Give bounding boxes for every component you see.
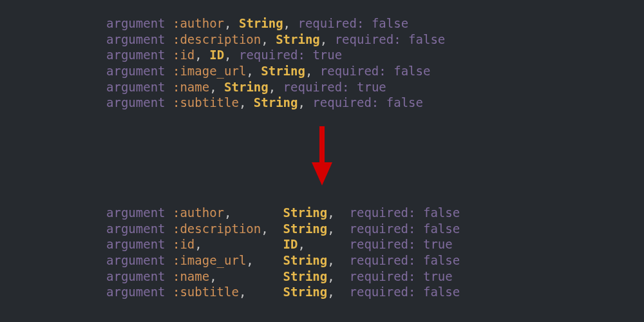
keyword-required: required: bbox=[312, 95, 379, 109]
keyword-required: required: bbox=[239, 48, 305, 62]
keyword-required: required: bbox=[350, 237, 416, 251]
symbol-field: :id bbox=[173, 237, 194, 251]
keyword-argument: argument bbox=[106, 64, 166, 78]
type-name: String bbox=[254, 95, 298, 109]
value-bool: false bbox=[386, 95, 423, 109]
keyword-required: required: bbox=[350, 253, 416, 267]
value-bool: false bbox=[423, 285, 460, 299]
code-line: argument :name, String, required: true bbox=[106, 269, 460, 285]
type-name: String bbox=[283, 269, 328, 283]
keyword-argument: argument bbox=[106, 237, 166, 251]
type-name: ID bbox=[283, 237, 298, 251]
keyword-required: required: bbox=[335, 32, 401, 46]
value-bool: true bbox=[423, 237, 453, 251]
keyword-required: required: bbox=[350, 222, 416, 236]
symbol-field: :image_url bbox=[173, 253, 246, 267]
keyword-argument: argument bbox=[106, 222, 166, 236]
type-name: String bbox=[261, 64, 305, 78]
symbol-field: :author bbox=[173, 205, 224, 220]
keyword-argument: argument bbox=[106, 253, 166, 267]
keyword-argument: argument bbox=[106, 95, 166, 109]
type-name: String bbox=[283, 205, 328, 220]
type-name: String bbox=[283, 285, 328, 299]
code-line: argument :subtitle, String, required: fa… bbox=[106, 95, 445, 111]
keyword-argument: argument bbox=[106, 48, 166, 62]
value-bool: false bbox=[408, 32, 445, 46]
keyword-argument: argument bbox=[106, 16, 166, 30]
code-line: argument :description, String, required:… bbox=[106, 221, 460, 237]
code-line: argument :name, String, required: true bbox=[106, 79, 445, 95]
keyword-argument: argument bbox=[106, 285, 166, 299]
arrow-down-icon bbox=[309, 126, 335, 185]
type-name: ID bbox=[209, 48, 224, 62]
value-bool: true bbox=[423, 269, 453, 283]
symbol-field: :name bbox=[173, 269, 209, 283]
arrow-down bbox=[0, 126, 644, 189]
type-name: String bbox=[239, 16, 283, 30]
keyword-argument: argument bbox=[106, 32, 166, 46]
symbol-field: :author bbox=[173, 16, 224, 30]
value-bool: false bbox=[393, 64, 430, 78]
symbol-field: :description bbox=[173, 222, 261, 236]
keyword-required: required: bbox=[350, 269, 416, 283]
keyword-argument: argument bbox=[106, 269, 166, 283]
code-comparison: argument :author, String, required: fals… bbox=[0, 0, 644, 322]
type-name: String bbox=[224, 80, 269, 94]
code-line: argument :id, ID, required: true bbox=[106, 236, 460, 252]
value-bool: false bbox=[423, 253, 460, 267]
value-bool: true bbox=[312, 48, 342, 62]
keyword-required: required: bbox=[320, 64, 386, 78]
value-bool: false bbox=[372, 16, 408, 30]
code-line: argument :description, String, required:… bbox=[106, 32, 445, 48]
code-line: argument :image_url, String, required: f… bbox=[106, 252, 460, 269]
code-line: argument :subtitle, String, required: fa… bbox=[106, 284, 460, 300]
code-block-after: argument :author, String, required: fals… bbox=[106, 205, 460, 300]
keyword-required: required: bbox=[283, 80, 350, 94]
keyword-argument: argument bbox=[106, 80, 166, 94]
value-bool: true bbox=[357, 80, 386, 94]
keyword-argument: argument bbox=[106, 205, 166, 220]
symbol-field: :description bbox=[173, 32, 261, 46]
type-name: String bbox=[283, 222, 328, 236]
keyword-required: required: bbox=[298, 16, 364, 30]
type-name: String bbox=[283, 253, 328, 267]
value-bool: false bbox=[423, 205, 460, 220]
symbol-field: :image_url bbox=[173, 64, 246, 78]
value-bool: false bbox=[423, 222, 460, 236]
code-line: argument :author, String, required: fals… bbox=[106, 15, 445, 32]
code-line: argument :id, ID, required: true bbox=[106, 47, 445, 63]
keyword-required: required: bbox=[350, 205, 416, 220]
keyword-required: required: bbox=[350, 285, 416, 299]
symbol-field: :name bbox=[173, 80, 209, 94]
symbol-field: :subtitle bbox=[173, 285, 239, 299]
symbol-field: :subtitle bbox=[173, 95, 239, 109]
code-line: argument :author, String, required: fals… bbox=[106, 205, 460, 221]
symbol-field: :id bbox=[173, 48, 194, 62]
code-block-before: argument :author, String, required: fals… bbox=[106, 15, 445, 111]
type-name: String bbox=[276, 32, 320, 46]
code-line: argument :image_url, String, required: f… bbox=[106, 63, 445, 79]
